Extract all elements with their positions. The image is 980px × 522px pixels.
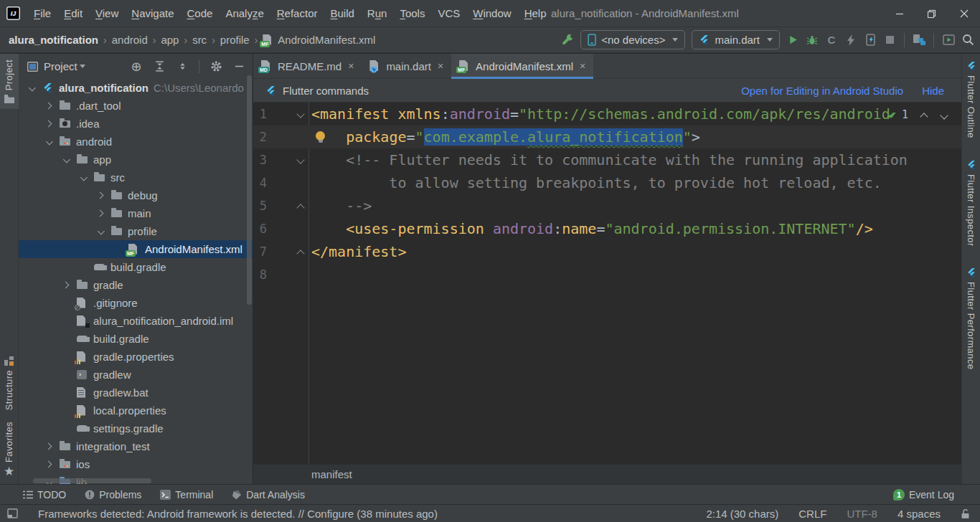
tree-horizontal-scrollbar[interactable] [33, 478, 151, 483]
tree-item-debug[interactable]: debug [19, 186, 253, 204]
code-line-6[interactable]: 6 <uses-permission android:name="android… [253, 217, 961, 240]
breadcrumb-item[interactable]: alura_notification [9, 34, 98, 46]
hot-reload-icon[interactable] [844, 34, 857, 47]
search-everywhere-icon[interactable] [961, 34, 974, 47]
expand-all-icon[interactable] [153, 60, 166, 73]
maximize-icon[interactable] [915, 0, 948, 27]
file-encoding[interactable]: UTF-8 [847, 508, 877, 520]
stripe-tab-favorites[interactable]: Favorites ★ [0, 416, 19, 484]
tree-chevron-icon[interactable] [94, 208, 105, 219]
menu-vcs[interactable]: VCS [431, 7, 466, 19]
code-line-5[interactable]: 5 --> [253, 194, 961, 217]
event-log[interactable]: 1 Event Log [893, 489, 954, 500]
editor-tab-readme.md[interactable]: MDREADME.md× [253, 54, 362, 78]
tree-chevron-icon[interactable] [42, 118, 54, 130]
menu-edit[interactable]: Edit [57, 7, 89, 19]
tree-item-android[interactable]: android [19, 133, 253, 151]
dart-analysis-toolwindow[interactable]: Dart Analysis [232, 489, 305, 500]
menu-navigate[interactable]: Navigate [125, 7, 180, 19]
tree-item-gradle[interactable]: gradle [19, 276, 253, 294]
run-button[interactable] [786, 34, 799, 47]
fold-marker-icon[interactable] [293, 240, 308, 263]
tree-chevron-icon[interactable] [77, 172, 88, 184]
tree-chevron-icon[interactable] [25, 82, 37, 94]
debug-button[interactable] [806, 34, 819, 47]
close-tab-icon[interactable]: × [580, 60, 585, 72]
tree-item-.dart_tool[interactable]: .dart_tool [19, 97, 253, 115]
inspection-widget[interactable]: ✔✔ 1 [888, 108, 948, 121]
stripe-tab-flutter-outline[interactable]: Flutter Outline [962, 54, 980, 144]
run-config-selector[interactable]: main.dart [692, 30, 780, 49]
menu-file[interactable]: File [27, 7, 57, 19]
menu-code[interactable]: Code [181, 7, 220, 19]
tree-item-src[interactable]: src [19, 169, 253, 186]
stop-button[interactable] [883, 34, 896, 47]
close-tab-icon[interactable]: × [348, 60, 354, 72]
tree-item-alura_notification_android.iml[interactable]: alura_notification_android.iml [19, 312, 253, 330]
tree-item-.gitignore[interactable]: .gitignore [19, 294, 253, 312]
chevron-down-icon[interactable] [80, 65, 85, 68]
tree-item-main[interactable]: main [19, 204, 253, 222]
code-editor[interactable]: 1<manifest xmlns:android="http://schemas… [253, 103, 961, 465]
prev-problem-icon[interactable] [920, 110, 928, 119]
tree-item-local.properties[interactable]: local.properties [19, 402, 253, 419]
profile-button[interactable]: C [825, 34, 838, 47]
tree-item-AndroidManifest.xml[interactable]: MFAndroidManifest.xml [19, 240, 253, 258]
code-line-8[interactable]: 8 [253, 263, 961, 286]
code-line-4[interactable]: 4 to allow setting breakpoints, to provi… [253, 171, 961, 194]
stripe-tab-flutter-performance[interactable]: Flutter Performance [962, 262, 980, 375]
tree-item-gradlew.bat[interactable]: gradlew.bat [19, 384, 253, 402]
tree-item-integration_test[interactable]: integration_test [19, 437, 253, 455]
project-structure-icon[interactable] [913, 34, 925, 47]
breadcrumb-item[interactable]: app [161, 34, 179, 46]
open-in-android-studio-link[interactable]: Open for Editing in Android Studio [741, 85, 903, 97]
tree-item-profile[interactable]: profile [19, 222, 253, 240]
breadcrumb-file[interactable]: MFAndroidManifest.xml [263, 34, 375, 46]
minimize-icon[interactable] [883, 0, 915, 27]
code-line-3[interactable]: 3 <!-- Flutter needs it to communicate w… [253, 148, 961, 171]
toolwindow-toggle-icon[interactable] [7, 508, 18, 518]
problems-toolwindow[interactable]: Problems [85, 489, 141, 500]
menu-window[interactable]: Window [466, 7, 517, 19]
close-icon[interactable] [948, 0, 980, 27]
todo-toolwindow[interactable]: TODO [23, 489, 66, 500]
device-selector[interactable]: <no devices> [580, 30, 685, 49]
tree-item-build.gradle[interactable]: build.gradle [19, 330, 253, 348]
tree-chevron-icon[interactable] [60, 154, 71, 166]
tree-chevron-icon[interactable] [42, 441, 54, 452]
tree-item-alura_notification[interactable]: alura_notificationC:\Users\Leonardo [19, 79, 253, 97]
status-message[interactable]: Frameworks detected: Android framework i… [38, 508, 438, 520]
editor-breadcrumb[interactable]: manifest [253, 465, 961, 484]
menu-build[interactable]: Build [324, 7, 360, 19]
hide-panel-icon[interactable] [232, 60, 245, 73]
tree-vertical-scrollbar[interactable] [247, 75, 252, 305]
menu-help[interactable]: Help [518, 7, 553, 19]
tree-chevron-icon[interactable] [60, 280, 71, 291]
run-anything-icon[interactable] [942, 34, 955, 47]
lock-icon[interactable] [961, 508, 970, 519]
fold-marker-icon[interactable] [293, 148, 308, 171]
menu-run[interactable]: Run [361, 7, 394, 19]
close-tab-icon[interactable]: × [438, 60, 443, 72]
tree-item-app[interactable]: app [19, 151, 253, 169]
collapse-all-icon[interactable] [176, 60, 189, 73]
breadcrumb-item[interactable]: profile [220, 34, 250, 46]
menu-view[interactable]: View [89, 7, 125, 19]
hide-banner-link[interactable]: Hide [922, 85, 944, 97]
panel-title[interactable]: Project [44, 60, 77, 72]
terminal-toolwindow[interactable]: Terminal [160, 489, 213, 500]
stripe-tab-project[interactable]: Project [0, 54, 19, 109]
code-line-2[interactable]: 2 package="com.example.alura_notificatio… [253, 125, 961, 148]
code-line-1[interactable]: 1<manifest xmlns:android="http://schemas… [253, 103, 961, 125]
caret-position[interactable]: 2:14 (30 chars) [706, 508, 778, 520]
tree-chevron-icon[interactable] [42, 459, 54, 470]
menu-analyze[interactable]: Analyze [219, 7, 270, 19]
tree-chevron-icon[interactable] [42, 136, 54, 148]
flutter-wrench-icon[interactable] [561, 34, 574, 47]
tree-chevron-icon[interactable] [94, 190, 105, 201]
breadcrumb-item[interactable]: src [192, 34, 207, 46]
stripe-tab-structure[interactable]: Structure [0, 351, 19, 416]
fold-marker-icon[interactable] [293, 103, 308, 125]
tree-item-build.gradle[interactable]: build.gradle [19, 258, 253, 276]
tree-chevron-icon[interactable] [94, 226, 105, 237]
